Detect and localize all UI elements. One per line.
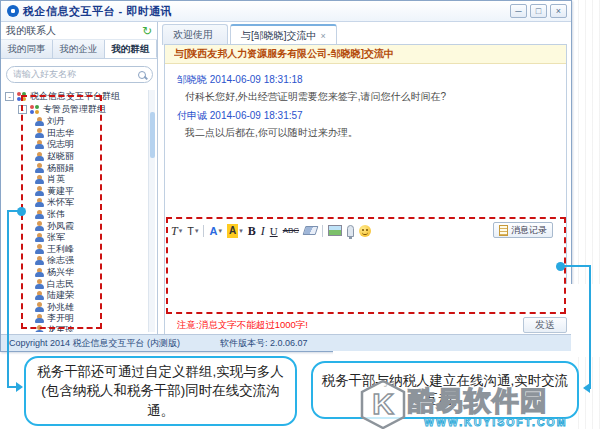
chat-tab[interactable]: 欢迎使用 (162, 24, 228, 45)
chat-message: 付申诚 2014-06-09 18:31:57 我二点以后都在,你可以随时过来办… (177, 109, 554, 140)
sender-name[interactable]: 邹晓晓 (177, 74, 207, 85)
contact-item[interactable]: 米怀军 (35, 197, 153, 209)
minimize-button[interactable]: ─ (510, 4, 527, 18)
sidebar-tab[interactable]: 我的企业 (53, 40, 105, 58)
close-button[interactable]: × (550, 4, 567, 18)
contact-item[interactable]: 刘丹 (35, 116, 153, 128)
window-title: 税企信息交互平台 - 即时通讯 (23, 4, 172, 19)
person-icon (35, 198, 44, 208)
chat-tab-label: 与[邹晓晓]交流中 (241, 30, 317, 41)
contact-item[interactable]: 杨丽娟 (35, 162, 153, 174)
person-icon (35, 163, 44, 173)
tree-root-platform-group[interactable]: - 税企信息交互平台群组 (5, 90, 153, 103)
message-header: 付申诚 2014-06-09 18:31:57 (177, 109, 554, 123)
contact-item[interactable]: 肖英 (35, 174, 153, 186)
person-icon (35, 268, 44, 278)
send-button[interactable]: 发送 (523, 317, 567, 333)
connector-line (7, 210, 9, 387)
sidebar-tab[interactable]: 我的同事 (1, 40, 53, 58)
clear-format-icon[interactable] (303, 226, 319, 235)
length-warning: 注意:消息文字不能超过1000字! (177, 319, 308, 332)
image-icon[interactable] (328, 225, 342, 236)
person-icon (35, 244, 44, 254)
chat-tab[interactable]: 与[邹晓晓]交流中× (230, 24, 337, 45)
contact-item[interactable]: 王利峰 (35, 244, 153, 256)
italic-icon[interactable]: I (261, 224, 265, 238)
chat-tab-label: 欢迎使用 (173, 29, 213, 40)
version-text: 软件版本号: 2.0.06.07 (220, 337, 308, 350)
titlebar: 税企信息交互平台 - 即时通讯 ─ □ × (1, 1, 571, 22)
font-color-icon[interactable]: A (209, 224, 221, 238)
contact-item[interactable]: 张伟 (35, 209, 153, 221)
person-icon (35, 210, 44, 220)
contact-item[interactable]: 徐志强 (35, 255, 153, 267)
tree-root-custom-group[interactable]: - 专管员管理群组 (18, 103, 153, 116)
contact-item[interactable]: 黄建平 (35, 186, 153, 198)
refresh-icon[interactable]: ↻ (142, 26, 152, 36)
collapse-icon[interactable]: - (5, 92, 14, 101)
connector-line (589, 265, 591, 389)
toolbar-divider[interactable] (322, 225, 323, 237)
maximize-button[interactable]: □ (530, 4, 547, 18)
format-toolbar: T T A A B I U ABC (171, 222, 563, 239)
search-icon[interactable] (138, 71, 146, 79)
highlight-color-icon[interactable]: A (227, 224, 243, 238)
tab-close-icon[interactable]: × (321, 31, 326, 41)
contact-item[interactable]: 倪志明 (35, 139, 153, 151)
group-icon (17, 92, 27, 102)
callout-right-text: 税务干部与纳税人建立在线沟通,实时交流互动。 (321, 371, 569, 409)
contact-item[interactable]: 孙兆雄 (35, 302, 153, 314)
contact-item[interactable]: 孙凤霞 (35, 220, 153, 232)
contact-item[interactable]: 杨兴华 (35, 267, 153, 279)
statusbar: Copyright 2014 税企信息交互平台 (内测版) 软件版本号: 2.0… (1, 334, 571, 351)
message-timestamp: 2014-06-09 18:31:57 (210, 110, 303, 121)
bold-icon[interactable]: B (248, 224, 256, 238)
chat-message: 邹晓晓 2014-06-09 18:31:18 付科长您好,外出经营证明需要您来… (177, 73, 554, 104)
scrollbar-thumb[interactable] (150, 112, 155, 158)
person-icon (35, 279, 44, 289)
page: 税企信息交互平台 - 即时通讯 ─ □ × 我的联系人 ↻ 我的同事 我的企业 … (0, 0, 600, 429)
font-size-icon[interactable]: T (187, 224, 198, 238)
sidebar-tabs: 我的同事 我的企业 我的群组 (1, 40, 157, 59)
strikethrough-icon[interactable]: ABC (283, 224, 299, 238)
toolbar-divider[interactable] (203, 225, 204, 237)
contact-item[interactable]: 赵晓丽 (35, 151, 153, 163)
collapse-icon[interactable]: - (18, 105, 27, 114)
contact-name: 龙军珍 (47, 324, 74, 332)
contact-search-input[interactable]: 请输入好友名称 (6, 66, 153, 83)
callout-custom-groups: 税务干部还可通过自定义群组,实现与多人(包含纳税人和税务干部)同时在线交流沟通。 (24, 356, 297, 426)
contacts-tree: - 税企信息交互平台群组 - 专管员管理群组 刘丹 (5, 90, 153, 332)
person-icon (35, 140, 44, 150)
app-window: 税企信息交互平台 - 即时通讯 ─ □ × 我的联系人 ↻ 我的同事 我的企业 … (0, 0, 572, 352)
message-header: 邹晓晓 2014-06-09 18:31:18 (177, 73, 554, 87)
sidebar-tab[interactable]: 我的群组 (105, 40, 157, 58)
connector-line (562, 265, 591, 267)
callout-online-communication: 税务干部与纳税人建立在线沟通,实时交流互动。 (311, 361, 579, 419)
chat-session-banner: 与[陕西友邦人力资源服务有限公司-邹晓晓]交流中 (165, 45, 566, 64)
group-label: 税企信息交互平台群组 (30, 90, 120, 103)
contact-item[interactable]: 田志华 (35, 128, 153, 140)
app-logo-icon (7, 5, 19, 17)
message-timestamp: 2014-06-09 18:31:18 (210, 74, 303, 85)
chat-tabs: 欢迎使用 与[邹晓晓]交流中× (162, 24, 337, 45)
group-label: 专管员管理群组 (43, 103, 106, 116)
contact-item[interactable]: 张军 (35, 232, 153, 244)
font-family-icon[interactable]: T (171, 224, 182, 238)
contact-item[interactable]: 李开明 (35, 313, 153, 325)
emoji-icon[interactable] (359, 225, 371, 237)
person-icon (35, 314, 44, 324)
history-icon (499, 225, 508, 236)
message-text: 付科长您好,外出经营证明需要您来签字,请问您什么时间在? (185, 90, 554, 104)
attachment-icon[interactable] (347, 225, 354, 237)
message-history-button[interactable]: 消息记录 (493, 222, 553, 238)
sidebar-scrollbar[interactable] (148, 90, 155, 332)
history-button-label: 消息记录 (511, 224, 547, 237)
person-icon (35, 291, 44, 301)
contact-item[interactable]: 白志民 (35, 278, 153, 290)
message-history: 邹晓晓 2014-06-09 18:31:18 付科长您好,外出经营证明需要您来… (165, 64, 566, 220)
underline-icon[interactable]: U (270, 224, 278, 238)
contact-item[interactable]: 陆建荣 (35, 290, 153, 302)
contact-item[interactable]: 龙军珍 (35, 325, 153, 332)
person-icon (35, 233, 44, 243)
sender-name[interactable]: 付申诚 (177, 110, 207, 121)
